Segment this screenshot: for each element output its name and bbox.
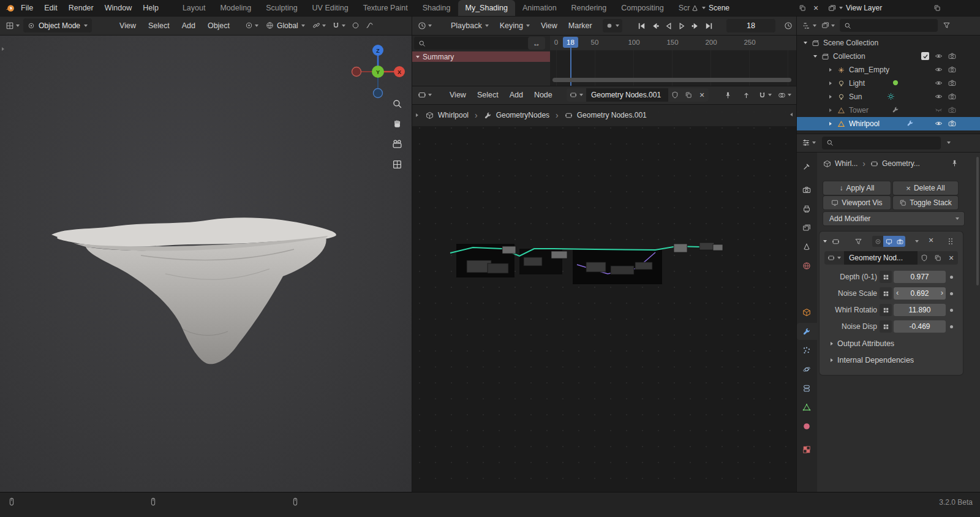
section-output-attributes[interactable]: Output Attributes (831, 339, 894, 348)
viewport-menu-object[interactable]: Object (202, 16, 235, 35)
tab-world[interactable] (796, 257, 817, 274)
proportional-edit-button[interactable] (349, 19, 362, 32)
outliner-editor-type-button[interactable] (800, 19, 819, 32)
properties-scrollbar[interactable] (976, 157, 979, 285)
node-menu-select[interactable]: Select (472, 86, 504, 104)
node-tree-name-field[interactable]: Geometry Nodes.001 (586, 88, 668, 102)
menu-edit[interactable]: Edit (39, 0, 63, 16)
blender-logo-icon[interactable] (5, 3, 15, 13)
render-camera-icon[interactable] (948, 66, 956, 74)
node-tree-browse-button[interactable] (567, 88, 586, 102)
unlink-data-button[interactable]: × (695, 88, 709, 102)
timeline-menu-view[interactable]: View (535, 16, 563, 35)
outliner-display-mode-button[interactable] (819, 19, 837, 32)
tab-compositing[interactable]: Compositing (614, 0, 671, 16)
properties-editor-type-button[interactable] (799, 136, 818, 149)
tab-material[interactable] (796, 418, 817, 435)
region-toggle-icon[interactable] (2, 47, 4, 51)
animate-dot[interactable] (950, 276, 953, 279)
node-snap-button[interactable] (756, 88, 774, 102)
node-editor-type-button[interactable] (415, 88, 434, 102)
timeline-menu-keying[interactable]: Keying (494, 16, 535, 35)
tab-modifiers[interactable] (796, 323, 817, 340)
properties-options-icon[interactable] (947, 142, 951, 144)
new-view-layer-button[interactable] (931, 1, 943, 15)
timeline-search-field[interactable] (414, 37, 534, 50)
drag-handle-icon[interactable] (947, 238, 954, 245)
tab-particles[interactable] (796, 342, 817, 359)
unlink-scene-button[interactable]: × (811, 1, 821, 15)
mode-dropdown[interactable]: Object Mode (23, 18, 92, 32)
next-keyframe-button[interactable] (691, 21, 700, 31)
duplicate-data-button[interactable] (931, 251, 944, 265)
snap-target-button[interactable] (310, 19, 328, 32)
realtime-toggle[interactable] (883, 236, 894, 247)
outliner-filter-button[interactable] (940, 19, 953, 32)
tab-physics[interactable] (796, 361, 817, 378)
unlink-data-button[interactable]: × (944, 251, 958, 265)
add-modifier-dropdown[interactable]: Add Modifier (823, 212, 964, 225)
tab-animation[interactable]: Animation (515, 0, 564, 16)
tab-constraints[interactable] (796, 380, 817, 397)
viewport-vis-button[interactable]: Viewport Vis (823, 196, 891, 209)
tab-tool[interactable] (796, 158, 817, 175)
render-camera-icon[interactable] (948, 79, 956, 87)
current-frame-badge[interactable]: 18 (563, 37, 578, 48)
timeline-ruler[interactable]: 0 50 100 150 200 250 18 (550, 35, 796, 50)
vertex-group-funnel-icon[interactable] (854, 238, 862, 246)
outliner-row-collection[interactable]: Collection (796, 50, 980, 63)
outliner-row-whirlpool[interactable]: Whirlpool (796, 117, 980, 130)
decrement-arrow-icon[interactable]: ‹ (896, 288, 899, 297)
proportional-falloff-button[interactable] (363, 19, 376, 32)
expand-icon[interactable] (829, 81, 832, 85)
outliner-search-field[interactable] (840, 19, 938, 32)
panel-expand-icon[interactable] (823, 240, 827, 243)
viewport-ortho-button[interactable] (392, 159, 402, 172)
viewport-pan-button[interactable] (392, 119, 402, 131)
viewport-menu-view[interactable]: View (114, 16, 141, 35)
render-camera-icon[interactable] (948, 52, 956, 60)
node-menu-view[interactable]: View (444, 86, 472, 104)
timeline-menu-playback[interactable]: Playback (445, 16, 494, 35)
render-toggle[interactable] (894, 236, 905, 247)
tab-my-shading[interactable]: My_Shading (458, 0, 516, 16)
jump-to-start-button[interactable] (637, 21, 646, 31)
properties-search-field[interactable] (822, 137, 941, 149)
play-button[interactable] (677, 21, 687, 31)
apply-all-button[interactable]: ↓ Apply All (823, 181, 891, 195)
attribute-toggle-button[interactable] (880, 320, 892, 333)
node-group-browse-button[interactable] (824, 251, 844, 265)
outliner-row-light[interactable]: Light (796, 77, 980, 90)
new-scene-button[interactable] (796, 1, 809, 15)
noise-disp-value-slider[interactable]: -0.469 (894, 320, 946, 333)
view-layer-selector[interactable]: View Layer (828, 1, 882, 15)
hide-eye-icon[interactable] (935, 52, 943, 60)
tab-scene[interactable] (796, 238, 817, 255)
go-to-parent-button[interactable] (740, 88, 753, 102)
outliner-row-tower[interactable]: Tower (796, 104, 980, 117)
menu-file[interactable]: File (15, 0, 39, 16)
expand-icon[interactable] (804, 42, 807, 44)
menu-window[interactable]: Window (99, 0, 137, 16)
tab-shading[interactable]: Shading (415, 0, 458, 16)
viewport-zoom-button[interactable] (392, 99, 402, 111)
duplicate-data-button[interactable] (682, 88, 695, 102)
pin-icon[interactable] (951, 159, 959, 167)
outliner-row-cam-empty[interactable]: Cam_Empty (796, 63, 980, 77)
hide-eye-icon[interactable] (935, 92, 943, 100)
preview-range-button[interactable] (782, 19, 795, 32)
fake-user-button[interactable] (668, 88, 682, 102)
outliner-row-sun[interactable]: Sun (796, 90, 980, 104)
node-graph[interactable] (412, 104, 796, 492)
hide-eye-closed-icon[interactable] (935, 106, 943, 114)
toggle-stack-button[interactable]: Toggle Stack (893, 196, 958, 209)
hide-eye-icon[interactable] (935, 119, 943, 127)
tab-uv-editing[interactable]: UV Editing (305, 0, 356, 16)
timeline-editor-type-button[interactable] (415, 19, 434, 32)
scene-selector[interactable]: Scene (691, 1, 729, 15)
menu-help[interactable]: Help (137, 0, 164, 16)
tab-rendering[interactable]: Rendering (564, 0, 614, 16)
viewport-camera-button[interactable] (392, 139, 402, 151)
play-reverse-button[interactable] (664, 21, 673, 31)
expand-icon[interactable] (829, 108, 832, 112)
